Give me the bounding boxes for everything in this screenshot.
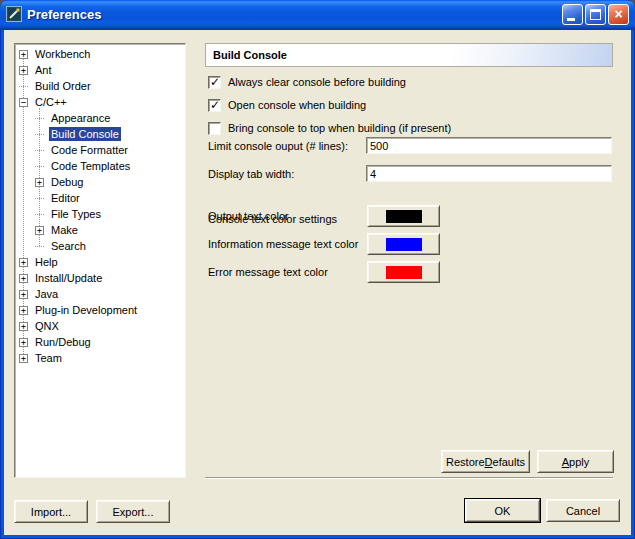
close-icon: × — [609, 5, 628, 23]
tree-item-help[interactable]: +Help — [15, 254, 185, 270]
tree-item-label[interactable]: Make — [49, 223, 80, 237]
tree-item-appearance[interactable]: Appearance — [15, 110, 185, 126]
output-text-color-button-label: Output text color — [208, 210, 289, 222]
collapse-minus-icon[interactable]: − — [19, 98, 28, 107]
tree-item-code-formatter[interactable]: Code Formatter — [15, 142, 185, 158]
tree-connector — [35, 198, 44, 199]
tree-item-search[interactable]: Search — [15, 238, 185, 254]
tree-item-workbench[interactable]: +Workbench — [15, 46, 185, 62]
minimize-button[interactable] — [562, 4, 583, 25]
bring-console-to-top-checkbox-label[interactable]: Bring console to top when building (if p… — [228, 122, 451, 134]
tree-item-label[interactable]: Java — [33, 287, 60, 301]
tree-item-build-console[interactable]: Build Console — [15, 126, 185, 142]
dialog-content: +Workbench+AntBuild Order−C/C++Appearanc… — [4, 30, 631, 535]
tree-item-label[interactable]: File Types — [49, 207, 103, 221]
tree-item-qnx[interactable]: +QNX — [15, 318, 185, 334]
tree-item-file-types[interactable]: File Types — [15, 206, 185, 222]
tree-item-c-c[interactable]: −C/C++ — [15, 94, 185, 110]
tree-item-ant[interactable]: +Ant — [15, 62, 185, 78]
tree-item-label[interactable]: Build Order — [33, 79, 93, 93]
expand-plus-icon[interactable]: + — [19, 274, 28, 283]
display-tab-width-input[interactable] — [366, 165, 612, 182]
page-title: Build Console — [213, 49, 287, 61]
tree-item-code-templates[interactable]: Code Templates — [15, 158, 185, 174]
maximize-button[interactable] — [585, 4, 606, 25]
open-console-checkbox[interactable]: ✓ — [208, 99, 221, 112]
error-message-text-color-button[interactable] — [367, 261, 440, 283]
display-tab-width-input-label: Display tab width: — [208, 168, 294, 180]
color-swatch — [386, 238, 422, 251]
expand-plus-icon[interactable]: + — [19, 50, 28, 59]
cancel-button[interactable]: Cancel — [546, 499, 620, 522]
limit-console-output-input-label: Limit console ouput (# lines): — [208, 140, 348, 152]
maximize-icon — [590, 9, 601, 20]
output-text-color-button[interactable] — [367, 205, 440, 227]
expand-plus-icon[interactable]: + — [35, 226, 44, 235]
tree-item-label[interactable]: Install/Update — [33, 271, 104, 285]
page-title-banner: Build Console — [205, 43, 613, 67]
tree-item-label[interactable]: C/C++ — [33, 95, 69, 109]
expand-plus-icon[interactable]: + — [19, 290, 28, 299]
expand-plus-icon[interactable]: + — [19, 338, 28, 347]
tree-item-team[interactable]: +Team — [15, 350, 185, 366]
tree-item-debug[interactable]: +Debug — [15, 174, 185, 190]
tree-item-label[interactable]: Ant — [33, 63, 54, 77]
tree-item-install-update[interactable]: +Install/Update — [15, 270, 185, 286]
tree-item-editor[interactable]: Editor — [15, 190, 185, 206]
expand-plus-icon[interactable]: + — [35, 178, 44, 187]
color-swatch — [386, 266, 422, 279]
error-message-text-color-button-label: Error message text color — [208, 266, 328, 278]
checkmark-icon: ✓ — [210, 76, 220, 89]
open-console-checkbox-row: ✓Open console when building — [208, 98, 366, 112]
tree-item-label[interactable]: Editor — [49, 191, 82, 205]
tree-item-label[interactable]: Plug-in Development — [33, 303, 139, 317]
minimize-icon — [567, 18, 575, 21]
tree-item-label[interactable]: Code Formatter — [49, 143, 130, 157]
window-title: Preferences — [27, 7, 562, 22]
expand-plus-icon[interactable]: + — [19, 306, 28, 315]
tree-item-label[interactable]: Team — [33, 351, 64, 365]
tree-item-label[interactable]: Appearance — [49, 111, 112, 125]
tree-item-label[interactable]: Run/Debug — [33, 335, 93, 349]
tree-item-plug-in-development[interactable]: +Plug-in Development — [15, 302, 185, 318]
always-clear-console-checkbox[interactable]: ✓ — [208, 76, 221, 89]
export-button[interactable]: Export... — [96, 500, 170, 523]
expand-plus-icon[interactable]: + — [19, 258, 28, 267]
close-button[interactable]: × — [608, 4, 629, 25]
preferences-window-icon — [6, 6, 22, 22]
preferences-tree[interactable]: +Workbench+AntBuild Order−C/C++Appearanc… — [14, 43, 186, 478]
tree-item-label[interactable]: Build Console — [49, 127, 121, 141]
always-clear-console-checkbox-label[interactable]: Always clear console before building — [228, 76, 406, 88]
ok-button[interactable]: OK — [465, 499, 540, 522]
titlebar[interactable]: Preferences × — [0, 0, 635, 30]
tree-item-label[interactable]: Code Templates — [49, 159, 132, 173]
window-controls: × — [562, 4, 629, 25]
expand-plus-icon[interactable]: + — [19, 322, 28, 331]
tree-item-label[interactable]: Workbench — [33, 47, 92, 61]
tree-connector — [35, 214, 44, 215]
footer-separator — [205, 477, 613, 479]
always-clear-console-checkbox-row: ✓Always clear console before building — [208, 75, 406, 89]
tree-item-label[interactable]: Help — [33, 255, 60, 269]
tree-connector — [35, 166, 44, 167]
tree-item-run-debug[interactable]: +Run/Debug — [15, 334, 185, 350]
tree-item-java[interactable]: +Java — [15, 286, 185, 302]
expand-plus-icon[interactable]: + — [19, 66, 28, 75]
information-message-text-color-button-label: Information message text color — [208, 238, 358, 250]
preferences-window: Preferences × +Workbench+AntBuild Order−… — [0, 0, 635, 539]
apply-button[interactable]: Apply — [537, 450, 614, 473]
tree-item-label[interactable]: Search — [49, 239, 88, 253]
tree-item-label[interactable]: Debug — [49, 175, 85, 189]
tree-item-build-order[interactable]: Build Order — [15, 78, 185, 94]
bring-console-to-top-checkbox[interactable] — [208, 122, 221, 135]
open-console-checkbox-label[interactable]: Open console when building — [228, 99, 366, 111]
tree-connector — [35, 118, 44, 119]
limit-console-output-input[interactable] — [366, 137, 612, 154]
tree-item-make[interactable]: +Make — [15, 222, 185, 238]
bring-console-to-top-checkbox-row: Bring console to top when building (if p… — [208, 121, 451, 135]
import-button[interactable]: Import... — [14, 500, 88, 523]
information-message-text-color-button[interactable] — [367, 233, 440, 255]
expand-plus-icon[interactable]: + — [19, 354, 28, 363]
tree-item-label[interactable]: QNX — [33, 319, 61, 333]
restore-defaults-button[interactable]: Restore Defaults — [441, 450, 530, 473]
